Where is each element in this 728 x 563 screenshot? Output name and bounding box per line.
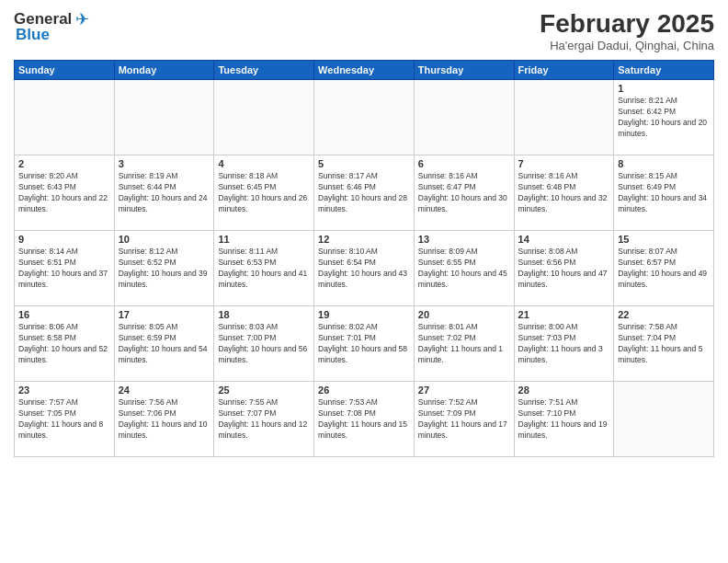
day-number: 26 — [318, 385, 410, 396]
day-cell: 25Sunrise: 7:55 AM Sunset: 7:07 PM Dayli… — [214, 382, 314, 457]
header: General ✈ Blue February 2025 Ha'ergai Da… — [14, 9, 714, 52]
week-row-1: 2Sunrise: 8:20 AM Sunset: 6:43 PM Daylig… — [15, 155, 714, 231]
day-info: Sunrise: 8:00 AM Sunset: 7:03 PM Dayligh… — [518, 322, 610, 366]
day-info: Sunrise: 8:20 AM Sunset: 6:43 PM Dayligh… — [18, 171, 110, 215]
weekday-header-friday: Friday — [514, 61, 614, 80]
title-block: February 2025 Ha'ergai Dadui, Qinghai, C… — [540, 9, 714, 52]
calendar: SundayMondayTuesdayWednesdayThursdayFrid… — [14, 60, 714, 457]
day-cell: 2Sunrise: 8:20 AM Sunset: 6:43 PM Daylig… — [15, 155, 115, 231]
day-cell: 18Sunrise: 8:03 AM Sunset: 7:00 PM Dayli… — [214, 306, 314, 382]
day-number: 23 — [18, 385, 110, 396]
day-cell: 11Sunrise: 8:11 AM Sunset: 6:53 PM Dayli… — [214, 231, 314, 306]
day-cell: 19Sunrise: 8:02 AM Sunset: 7:01 PM Dayli… — [314, 306, 415, 382]
day-info: Sunrise: 7:52 AM Sunset: 7:09 PM Dayligh… — [418, 397, 510, 442]
day-info: Sunrise: 7:55 AM Sunset: 7:07 PM Dayligh… — [218, 397, 310, 442]
day-number: 8 — [618, 158, 710, 169]
day-info: Sunrise: 8:11 AM Sunset: 6:53 PM Dayligh… — [218, 247, 310, 291]
day-number: 7 — [518, 158, 610, 169]
day-number: 22 — [618, 309, 710, 320]
day-cell: 27Sunrise: 7:52 AM Sunset: 7:09 PM Dayli… — [414, 382, 514, 457]
day-info: Sunrise: 8:14 AM Sunset: 6:51 PM Dayligh… — [18, 247, 110, 291]
day-cell — [514, 80, 614, 155]
day-info: Sunrise: 8:08 AM Sunset: 6:56 PM Dayligh… — [518, 247, 610, 291]
day-cell: 10Sunrise: 8:12 AM Sunset: 6:52 PM Dayli… — [114, 231, 214, 306]
day-cell: 26Sunrise: 7:53 AM Sunset: 7:08 PM Dayli… — [314, 382, 415, 457]
day-cell: 4Sunrise: 8:18 AM Sunset: 6:45 PM Daylig… — [214, 155, 314, 231]
day-info: Sunrise: 7:51 AM Sunset: 7:10 PM Dayligh… — [518, 397, 610, 442]
day-number: 14 — [518, 234, 610, 245]
day-cell: 5Sunrise: 8:17 AM Sunset: 6:46 PM Daylig… — [314, 155, 415, 231]
day-number: 13 — [418, 234, 510, 245]
day-info: Sunrise: 8:21 AM Sunset: 6:42 PM Dayligh… — [618, 96, 710, 140]
day-cell: 8Sunrise: 8:15 AM Sunset: 6:49 PM Daylig… — [614, 155, 714, 231]
day-info: Sunrise: 8:15 AM Sunset: 6:49 PM Dayligh… — [618, 171, 710, 215]
day-number: 15 — [618, 234, 710, 245]
day-cell: 20Sunrise: 8:01 AM Sunset: 7:02 PM Dayli… — [414, 306, 514, 382]
day-cell: 24Sunrise: 7:56 AM Sunset: 7:06 PM Dayli… — [114, 382, 214, 457]
day-cell: 17Sunrise: 8:05 AM Sunset: 6:59 PM Dayli… — [114, 306, 214, 382]
week-row-0: 1Sunrise: 8:21 AM Sunset: 6:42 PM Daylig… — [15, 80, 714, 155]
location: Ha'ergai Dadui, Qinghai, China — [540, 39, 714, 52]
weekday-header-wednesday: Wednesday — [314, 61, 415, 80]
day-number: 18 — [218, 309, 310, 320]
day-info: Sunrise: 8:02 AM Sunset: 7:01 PM Dayligh… — [318, 322, 410, 366]
weekday-header-saturday: Saturday — [614, 61, 714, 80]
day-cell: 6Sunrise: 8:16 AM Sunset: 6:47 PM Daylig… — [414, 155, 514, 231]
day-info: Sunrise: 8:07 AM Sunset: 6:57 PM Dayligh… — [618, 247, 710, 291]
day-cell: 21Sunrise: 8:00 AM Sunset: 7:03 PM Dayli… — [514, 306, 614, 382]
day-number: 27 — [418, 385, 510, 396]
day-number: 11 — [218, 234, 310, 245]
day-cell — [214, 80, 314, 155]
day-number: 9 — [18, 234, 110, 245]
day-cell — [114, 80, 214, 155]
day-info: Sunrise: 8:19 AM Sunset: 6:44 PM Dayligh… — [119, 171, 210, 215]
day-cell: 28Sunrise: 7:51 AM Sunset: 7:10 PM Dayli… — [514, 382, 614, 457]
weekday-header-sunday: Sunday — [15, 61, 115, 80]
day-cell: 13Sunrise: 8:09 AM Sunset: 6:55 PM Dayli… — [414, 231, 514, 306]
day-number: 3 — [119, 158, 210, 169]
day-number: 2 — [18, 158, 110, 169]
day-cell: 9Sunrise: 8:14 AM Sunset: 6:51 PM Daylig… — [15, 231, 115, 306]
day-number: 16 — [18, 309, 110, 320]
day-info: Sunrise: 8:01 AM Sunset: 7:02 PM Dayligh… — [418, 322, 510, 366]
day-cell: 22Sunrise: 7:58 AM Sunset: 7:04 PM Dayli… — [614, 306, 714, 382]
day-cell: 23Sunrise: 7:57 AM Sunset: 7:05 PM Dayli… — [15, 382, 115, 457]
day-number: 19 — [318, 309, 410, 320]
day-info: Sunrise: 8:16 AM Sunset: 6:48 PM Dayligh… — [518, 171, 610, 215]
day-number: 24 — [119, 385, 210, 396]
day-cell: 3Sunrise: 8:19 AM Sunset: 6:44 PM Daylig… — [114, 155, 214, 231]
day-number: 4 — [218, 158, 310, 169]
month-title: February 2025 — [540, 9, 714, 39]
day-info: Sunrise: 7:53 AM Sunset: 7:08 PM Dayligh… — [318, 397, 410, 442]
day-cell: 12Sunrise: 8:10 AM Sunset: 6:54 PM Dayli… — [314, 231, 415, 306]
logo-bird-icon: ✈ — [75, 9, 89, 29]
day-info: Sunrise: 8:16 AM Sunset: 6:47 PM Dayligh… — [418, 171, 510, 215]
day-info: Sunrise: 8:12 AM Sunset: 6:52 PM Dayligh… — [119, 247, 210, 291]
day-cell: 15Sunrise: 8:07 AM Sunset: 6:57 PM Dayli… — [614, 231, 714, 306]
day-number: 28 — [518, 385, 610, 396]
day-info: Sunrise: 8:18 AM Sunset: 6:45 PM Dayligh… — [218, 171, 310, 215]
weekday-header-monday: Monday — [114, 61, 214, 80]
page: General ✈ Blue February 2025 Ha'ergai Da… — [0, 0, 728, 563]
day-number: 12 — [318, 234, 410, 245]
day-cell: 16Sunrise: 8:06 AM Sunset: 6:58 PM Dayli… — [15, 306, 115, 382]
day-number: 21 — [518, 309, 610, 320]
day-cell — [314, 80, 415, 155]
day-number: 5 — [318, 158, 410, 169]
day-cell: 7Sunrise: 8:16 AM Sunset: 6:48 PM Daylig… — [514, 155, 614, 231]
day-cell: 1Sunrise: 8:21 AM Sunset: 6:42 PM Daylig… — [614, 80, 714, 155]
day-info: Sunrise: 8:06 AM Sunset: 6:58 PM Dayligh… — [18, 322, 110, 366]
day-cell: 14Sunrise: 8:08 AM Sunset: 6:56 PM Dayli… — [514, 231, 614, 306]
week-row-4: 23Sunrise: 7:57 AM Sunset: 7:05 PM Dayli… — [15, 382, 714, 457]
day-info: Sunrise: 8:10 AM Sunset: 6:54 PM Dayligh… — [318, 247, 410, 291]
day-number: 1 — [618, 83, 710, 94]
logo: General ✈ Blue — [14, 9, 89, 44]
day-info: Sunrise: 7:58 AM Sunset: 7:04 PM Dayligh… — [618, 322, 710, 366]
logo-blue-text: Blue — [14, 26, 50, 44]
weekday-header-thursday: Thursday — [414, 61, 514, 80]
weekday-header-row: SundayMondayTuesdayWednesdayThursdayFrid… — [15, 61, 714, 80]
day-cell — [614, 382, 714, 457]
day-number: 25 — [218, 385, 310, 396]
day-info: Sunrise: 7:57 AM Sunset: 7:05 PM Dayligh… — [18, 397, 110, 442]
day-number: 20 — [418, 309, 510, 320]
